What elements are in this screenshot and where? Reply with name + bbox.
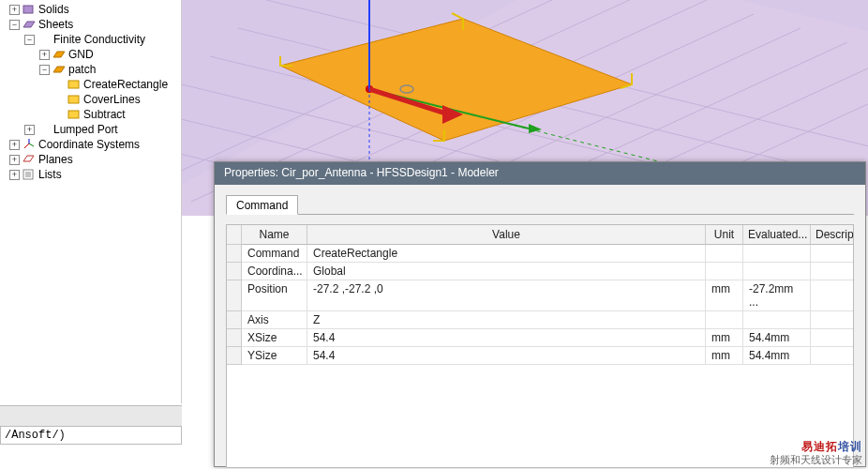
sheet-icon [52, 48, 66, 61]
cell-name[interactable]: YSize [242, 347, 307, 365]
cell-value[interactable]: Z [307, 311, 706, 329]
row-header [227, 311, 242, 329]
tree-label: Lumped Port [53, 123, 118, 136]
col-description[interactable]: Description [811, 225, 854, 245]
tree-label: Solids [38, 3, 69, 16]
row-header [227, 329, 242, 347]
properties-dialog: Properties: Cir_por_Antenna - HFSSDesign… [214, 161, 866, 467]
cell-value[interactable]: -27.2 ,-27.2 ,0 [307, 280, 706, 311]
tree-create-rectangle[interactable]: CreateRectangle [0, 77, 181, 92]
cell-evaluated[interactable]: 54.4mm [743, 347, 811, 365]
watermark-blue: 培训 [838, 440, 862, 453]
cell-value[interactable]: CreateRectangle [307, 245, 706, 263]
tree-lumped-port[interactable]: + Lumped Port [0, 122, 181, 137]
cell-description[interactable] [811, 329, 854, 347]
tree-solids[interactable]: + Solids [0, 2, 181, 17]
tree-label: GND [68, 48, 94, 61]
svg-rect-0 [23, 6, 33, 13]
cell-name[interactable]: Position [242, 280, 307, 311]
watermark: 易迪拓培训 射频和天线设计专家 [770, 433, 862, 465]
cell-unit[interactable] [706, 263, 743, 280]
cell-description[interactable] [811, 280, 854, 311]
expand-icon[interactable]: + [9, 140, 20, 150]
cell-description[interactable] [811, 311, 854, 329]
svg-rect-4 [68, 81, 79, 88]
expand-icon[interactable]: + [24, 125, 35, 135]
col-evaluated[interactable]: Evaluated... [743, 225, 811, 245]
expand-icon[interactable]: + [9, 170, 20, 180]
cell-evaluated[interactable] [743, 263, 811, 280]
tree-sheets[interactable]: − Sheets [0, 17, 181, 32]
watermark-red: 易迪拓 [801, 440, 838, 453]
expand-icon[interactable]: + [39, 50, 50, 60]
operation-icon [67, 108, 81, 121]
svg-marker-3 [53, 67, 65, 72]
watermark-sub: 射频和天线设计专家 [770, 454, 862, 465]
corner-cell [227, 225, 242, 245]
status-bar [0, 405, 182, 426]
cell-evaluated[interactable]: 54.4mm [743, 329, 811, 347]
sheets-icon [22, 18, 36, 31]
solids-icon [22, 3, 36, 16]
cell-value[interactable]: 54.4 [307, 329, 706, 347]
tree-finite-conductivity[interactable]: − Finite Conductivity [0, 32, 181, 47]
planes-icon [22, 153, 36, 166]
svg-marker-1 [23, 22, 35, 27]
svg-rect-6 [68, 111, 79, 118]
tree-label: Subtract [83, 108, 126, 121]
lists-icon [22, 168, 36, 181]
cell-value[interactable]: 54.4 [307, 347, 706, 365]
expand-icon[interactable]: + [9, 155, 20, 165]
properties-table[interactable]: Name Value Unit Evaluated... Description… [226, 224, 854, 468]
tree-label: patch [68, 63, 96, 76]
cell-description[interactable] [811, 245, 854, 263]
cell-name[interactable]: XSize [242, 329, 307, 347]
model-tree[interactable]: + Solids − Sheets − Finite Conductivity … [0, 0, 181, 182]
tree-label: Planes [38, 153, 73, 166]
col-name[interactable]: Name [242, 225, 307, 245]
cell-unit[interactable] [706, 311, 743, 329]
watermark-title: 易迪拓培训 [770, 433, 862, 454]
tree-coordinate-systems[interactable]: + Coordinate Systems [0, 137, 181, 152]
tab-command[interactable]: Command [226, 195, 298, 215]
collapse-icon[interactable]: − [24, 35, 35, 45]
cell-description[interactable] [811, 263, 854, 280]
cell-evaluated[interactable] [743, 311, 811, 329]
svg-marker-10 [23, 156, 34, 161]
blank-icon [37, 33, 51, 46]
blank-icon [54, 110, 65, 120]
tree-patch[interactable]: − patch [0, 62, 181, 77]
sheet-icon [52, 63, 66, 76]
expand-icon[interactable]: + [9, 5, 20, 15]
cell-unit[interactable]: mm [706, 280, 743, 311]
tree-subtract[interactable]: Subtract [0, 107, 181, 122]
tree-label: CreateRectangle [83, 78, 168, 91]
tree-gnd[interactable]: + GND [0, 47, 181, 62]
col-unit[interactable]: Unit [706, 225, 743, 245]
tree-planes[interactable]: + Planes [0, 152, 181, 167]
blank-icon [54, 95, 65, 105]
svg-line-7 [24, 144, 29, 148]
row-header [227, 263, 242, 280]
cell-name[interactable]: Coordina... [242, 263, 307, 280]
cell-unit[interactable]: mm [706, 347, 743, 365]
cell-evaluated[interactable] [743, 245, 811, 263]
tree-label: Coordinate Systems [38, 138, 140, 151]
cell-evaluated[interactable]: -27.2mm ... [743, 280, 811, 311]
dialog-title[interactable]: Properties: Cir_por_Antenna - HFSSDesign… [215, 162, 865, 185]
cell-description[interactable] [811, 347, 854, 365]
blank-icon [54, 80, 65, 90]
tree-cover-lines[interactable]: CoverLines [0, 92, 181, 107]
col-value[interactable]: Value [307, 225, 706, 245]
cell-name[interactable]: Command [242, 245, 307, 263]
path-bar[interactable]: /Ansoft/) [0, 426, 182, 445]
cell-name[interactable]: Axis [242, 311, 307, 329]
row-header [227, 280, 242, 311]
collapse-icon[interactable]: − [9, 20, 20, 30]
tree-lists[interactable]: + Lists [0, 167, 181, 182]
collapse-icon[interactable]: − [39, 65, 50, 75]
svg-marker-2 [53, 52, 65, 57]
cell-unit[interactable] [706, 245, 743, 263]
cell-unit[interactable]: mm [706, 329, 743, 347]
cell-value[interactable]: Global [307, 263, 706, 280]
